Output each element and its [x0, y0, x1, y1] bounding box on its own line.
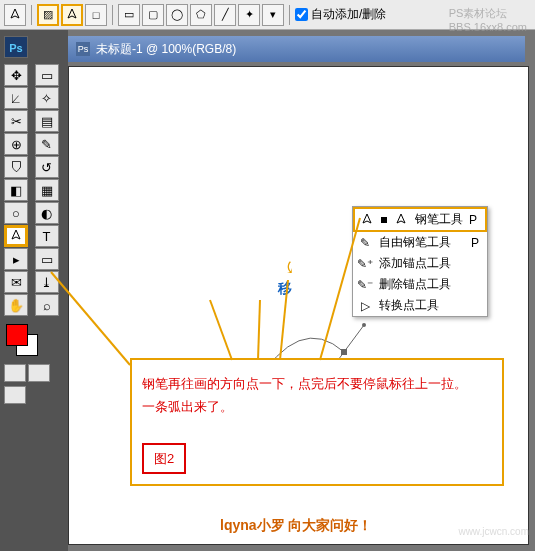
svg-point-4: [362, 323, 366, 327]
notes-tool[interactable]: ✉: [4, 271, 28, 293]
dropdown-icon[interactable]: ▾: [262, 4, 284, 26]
anno-line2: 一条弧出来了。: [142, 395, 492, 418]
separator: [112, 5, 113, 25]
standard-mode-btn[interactable]: [4, 364, 26, 382]
move-label: 移: [278, 280, 292, 298]
wand-tool[interactable]: ✧: [35, 87, 59, 109]
heal-tool[interactable]: ⊕: [4, 133, 28, 155]
screen-mode-btn[interactable]: [4, 386, 26, 404]
mode-buttons: [4, 364, 64, 382]
shape-tool[interactable]: ▭: [35, 248, 59, 270]
screen-mode-buttons: [4, 386, 64, 404]
rrect-shape-icon[interactable]: ▢: [142, 4, 164, 26]
lasso-tool[interactable]: ⟀: [4, 87, 28, 109]
paths-btn[interactable]: [61, 4, 83, 26]
slice-tool[interactable]: ▤: [35, 110, 59, 132]
watermark-2: www.jcwcn.com: [458, 526, 529, 537]
freeform-pen-icon: ✎: [357, 235, 373, 251]
separator: [31, 5, 32, 25]
eraser-tool[interactable]: ◧: [4, 179, 28, 201]
document-title-bar: Ps 未标题-1 @ 100%(RGB/8): [68, 36, 525, 62]
menu-label: 添加锚点工具: [379, 255, 451, 272]
pen-icon: [359, 212, 375, 228]
color-swatches: [4, 324, 64, 360]
stamp-tool[interactable]: ⛉: [4, 156, 28, 178]
document-title: 未标题-1 @ 100%(RGB/8): [96, 41, 236, 58]
menu-label: 删除锚点工具: [379, 276, 451, 293]
dodge-tool[interactable]: ◐: [35, 202, 59, 224]
gradient-tool[interactable]: ▦: [35, 179, 59, 201]
convert-point-icon: ▷: [357, 298, 373, 314]
menu-item-freeform-pen[interactable]: ✎ 自由钢笔工具 P: [353, 232, 487, 253]
ellipse-shape-icon[interactable]: ◯: [166, 4, 188, 26]
ps-logo-icon: Ps: [4, 36, 28, 58]
zoom-tool[interactable]: ⌕: [35, 294, 59, 316]
path-select-tool[interactable]: ▸: [4, 248, 28, 270]
hand-tool[interactable]: ✋: [4, 294, 28, 316]
pen-tool-flyout: 钢笔工具 P ✎ 自由钢笔工具 P ✎⁺ 添加锚点工具 ✎⁻ 删除锚点工具 ▷ …: [352, 206, 488, 317]
history-brush-tool[interactable]: ↺: [35, 156, 59, 178]
custom-shape-icon[interactable]: ✦: [238, 4, 260, 26]
menu-label: 转换点工具: [379, 297, 439, 314]
anno-line1: 钢笔再往画的方向点一下，点完后不要停鼠标往上一拉。: [142, 372, 492, 395]
pen-tool-icon[interactable]: [4, 4, 26, 26]
shape-layers-btn[interactable]: ▨: [37, 4, 59, 26]
rect-shape-icon[interactable]: ▭: [118, 4, 140, 26]
auto-add-delete-checkbox[interactable]: 自动添加/删除: [295, 6, 386, 23]
menu-label: 钢笔工具: [415, 211, 463, 228]
fill-pixels-btn[interactable]: □: [85, 4, 107, 26]
delete-anchor-icon: ✎⁻: [357, 277, 373, 293]
separator: [289, 5, 290, 25]
tools-panel: Ps ✥ ▭ ⟀ ✧ ✂ ▤ ⊕ ✎ ⛉ ↺ ◧ ▦ ○ ◐ T ▸ ▭ ✉ ⤓…: [0, 30, 68, 551]
blur-tool[interactable]: ○: [4, 202, 28, 224]
menu-shortcut: P: [471, 236, 479, 250]
type-tool[interactable]: T: [35, 225, 59, 247]
polygon-shape-icon[interactable]: ⬠: [190, 4, 212, 26]
menu-item-convert-point[interactable]: ▷ 转换点工具: [353, 295, 487, 316]
pen-tool[interactable]: [4, 225, 28, 247]
watermark-1: PS素材论坛BBS.16xx8.com: [449, 6, 527, 33]
menu-shortcut: P: [469, 213, 477, 227]
selection-tool[interactable]: ▭: [35, 64, 59, 86]
menu-item-delete-anchor[interactable]: ✎⁻ 删除锚点工具: [353, 274, 487, 295]
add-anchor-icon: ✎⁺: [357, 256, 373, 272]
svg-line-2: [344, 325, 364, 352]
credit-text: lqyna小罗 向大家问好！: [220, 517, 372, 535]
move-tool[interactable]: ✥: [4, 64, 28, 86]
foreground-color[interactable]: [6, 324, 28, 346]
pen-icon: [393, 212, 409, 228]
crop-tool[interactable]: ✂: [4, 110, 28, 132]
figure-label: 图2: [142, 443, 186, 474]
doc-icon: Ps: [76, 42, 90, 56]
brush-tool[interactable]: ✎: [35, 133, 59, 155]
selected-mark-icon: [381, 217, 387, 223]
arrow-icon: ⤹: [283, 258, 296, 277]
menu-label: 自由钢笔工具: [379, 234, 451, 251]
tools-grid: ✥ ▭ ⟀ ✧ ✂ ▤ ⊕ ✎ ⛉ ↺ ◧ ▦ ○ ◐ T ▸ ▭ ✉ ⤓ ✋ …: [4, 64, 64, 316]
menu-item-pen[interactable]: 钢笔工具 P: [355, 209, 485, 230]
auto-check-input[interactable]: [295, 8, 308, 21]
line-shape-icon[interactable]: ╱: [214, 4, 236, 26]
eyedropper-tool[interactable]: ⤓: [35, 271, 59, 293]
auto-check-label: 自动添加/删除: [311, 6, 386, 23]
quickmask-mode-btn[interactable]: [28, 364, 50, 382]
menu-item-add-anchor[interactable]: ✎⁺ 添加锚点工具: [353, 253, 487, 274]
annotation-box: 钢笔再往画的方向点一下，点完后不要停鼠标往上一拉。 一条弧出来了。 图2: [130, 358, 504, 486]
